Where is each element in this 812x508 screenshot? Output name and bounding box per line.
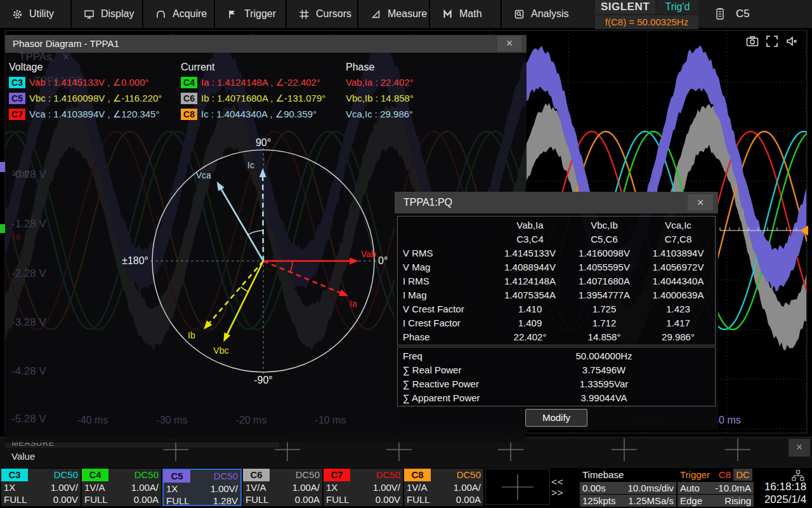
vector-arrowhead [204, 321, 212, 330]
system-date: 2025/1/4 [760, 493, 811, 506]
menu-display[interactable]: Display [72, 0, 143, 28]
timebase-samplerate: 1.25MSa/s [628, 495, 674, 506]
channel-offset: 0.00A [456, 494, 481, 505]
measure-slot-add-icon[interactable] [725, 438, 750, 461]
timebase-delay: 0.00s [582, 483, 606, 493]
voltage-row-vab: C3Vab : 1.4145133V , ∠0.000° [9, 77, 148, 88]
pq-table: Vab,Ia Vbc,Ib Vca,Ic C3,C4 C5,C6 C7,C8 V… [397, 216, 716, 345]
empty-channel-slot[interactable] [485, 469, 550, 505]
channel-block-c7[interactable]: C7DC50 1X1.00V/ FULL0.00V [324, 469, 403, 506]
phasor-vector-vca [220, 187, 263, 262]
channel-bandwidth: FULL [326, 494, 350, 505]
voltage-column-header: Voltage [9, 62, 43, 73]
channel-scale: 1.00V/ [211, 483, 238, 494]
pq-row-icrest: I Crest Factor1.4091.7121.417 [398, 316, 715, 330]
channel-badge-c8: C8 [181, 109, 197, 120]
channel-block-c3[interactable]: C3DC50 1X1.00V/ FULL0.00V [1, 469, 81, 506]
channel-bandwidth: FULL [4, 494, 27, 505]
active-channel-indicator[interactable]: C5 [736, 8, 750, 20]
camera-icon[interactable] [746, 35, 759, 48]
channel-bandwidth: FULL [407, 494, 430, 505]
pq-measurement-window: TPPA1:PQ × Vab,Ia Vbc,Ib Vca,Ic C3,C4 C5… [395, 192, 718, 430]
menu-cursors[interactable]: Cursors [287, 0, 358, 28]
phase-row-vab-ia: Vab,Ia : 22.402° [346, 77, 414, 88]
trigger-level-marker [800, 225, 808, 236]
vector-arrowhead [217, 182, 225, 191]
pq-row-vcrest: V Crest Factor1.4101.7251.423 [398, 302, 715, 316]
pq-row-imag: I Mag1.4075354A1.3954777A1.4000639A [398, 288, 715, 302]
modify-button[interactable]: Modify [525, 409, 587, 427]
bottom-status-bar: C3DC50 1X1.00V/ FULL0.00V C4DC50 1V/A1.0… [0, 468, 812, 508]
menu-label: Math [459, 8, 482, 20]
pq-close-button[interactable]: × [688, 194, 713, 211]
phasor-close-button[interactable]: × [497, 36, 521, 51]
fullscreen-icon[interactable] [766, 35, 778, 48]
menu-utility[interactable]: Utility [0, 0, 72, 28]
channel-block-c6[interactable]: C6DC50 1V/A1.00A/ FULL0.00A [243, 469, 322, 506]
display-icon [84, 9, 95, 20]
phasor-circle [152, 150, 374, 372]
phasor-vector-ic [263, 175, 263, 261]
axis-label-90: 90° [256, 137, 271, 148]
channel-probe: 1X [4, 482, 15, 493]
pq-row-freq: Freq50.004000Hz [398, 349, 715, 363]
menu-label: Measure [388, 8, 427, 20]
channel-scale: 1.00A/ [454, 482, 481, 493]
phase-angle-arc [291, 261, 293, 272]
channel-scale: 1.00A/ [292, 482, 320, 493]
channel-coupling: DC50 [296, 469, 320, 481]
clipboard-icon[interactable] [716, 8, 724, 20]
menu-measure[interactable]: Measure [358, 0, 430, 28]
channel-id: C5 [164, 470, 190, 483]
channel-offset: 1.28V [213, 495, 238, 506]
channel-bandwidth: FULL [246, 494, 269, 505]
menu-label: Cursors [316, 8, 351, 20]
phasor-window-titlebar[interactable]: Phasor Diagram - TPPA1 × [5, 35, 527, 53]
phase-column-header: Phase [346, 62, 374, 73]
pq-row-real-power: ∑ Real Power3.75496W [398, 363, 715, 377]
menu-label: Trigger [244, 8, 276, 20]
channel-offset: 0.00A [134, 494, 159, 505]
brand-logo: SIGLENT [595, 0, 655, 14]
menu-analysis[interactable]: Analysis [502, 0, 591, 28]
channel-scale: 1.00A/ [131, 482, 159, 493]
menu-acquire[interactable]: Acquire [143, 0, 215, 28]
channel-coupling: DC50 [376, 469, 400, 481]
measure-close-button[interactable]: × [789, 439, 810, 457]
trigger-block[interactable]: Trigger C8 DC Auto-10.0mA EdgeRising [678, 469, 754, 506]
measure-slot-add-icon[interactable] [612, 438, 637, 461]
channel-badge-c7: C7 [9, 109, 25, 120]
phase-row-vbc-ib: Vbc,Ib : 14.858° [346, 93, 414, 104]
axis-label-180: ±180° [122, 255, 148, 266]
gear-icon [12, 9, 23, 20]
channel-badge-c3: C3 [9, 77, 25, 88]
phasor-vector-ia [263, 261, 343, 293]
channel-block-c4[interactable]: C4DC50 1V/A1.00A/ FULL0.00A [82, 469, 161, 506]
menu-trigger[interactable]: Trigger [215, 0, 287, 28]
current-reading: Ia : 1.4124148A , ∠-22.402° [201, 77, 320, 88]
frequency-counter: f(C8) = 50.00325Hz [595, 15, 698, 29]
sound-off-icon[interactable] [785, 35, 798, 48]
pq-row-phase: Phase22.402°14.858°29.986° [398, 330, 715, 344]
channel-block-c5[interactable]: C5DC50 1X1.00V/ FULL1.28V [162, 469, 242, 506]
current-column-header: Current [181, 62, 214, 73]
menu-label: Analysis [531, 8, 569, 20]
trigger-coupling: DC [733, 469, 752, 481]
timebase-block[interactable]: Timebase 0.00s10.0ms/div 125kpts1.25MSa/… [580, 469, 676, 506]
channel-id: C7 [324, 469, 350, 481]
channel-coupling: DC50 [54, 469, 78, 481]
channel-block-c8[interactable]: C8DC50 1V/A1.00A/ FULL0.00A [404, 469, 483, 506]
pq-window-title: TPPA1:PQ [403, 197, 452, 208]
pq-window-titlebar[interactable]: TPPA1:PQ × [395, 192, 718, 213]
phase-angle-arc [241, 287, 249, 292]
trigger-status: Trig'd [657, 0, 698, 14]
phase-angle-arc [248, 231, 263, 235]
vector-arrowhead [339, 290, 348, 296]
channel-offset: 0.00A [295, 494, 320, 505]
menu-math[interactable]: Math [430, 0, 502, 28]
trace-nav-buttons[interactable]: << >> [551, 469, 579, 505]
pq-row-reactive-power: ∑ Reactive Power1.33595Var [398, 377, 715, 391]
vector-label-vbc: Vbc [213, 345, 228, 356]
network-icon[interactable] [792, 470, 804, 481]
channel-scale: 1.00V/ [51, 482, 78, 493]
